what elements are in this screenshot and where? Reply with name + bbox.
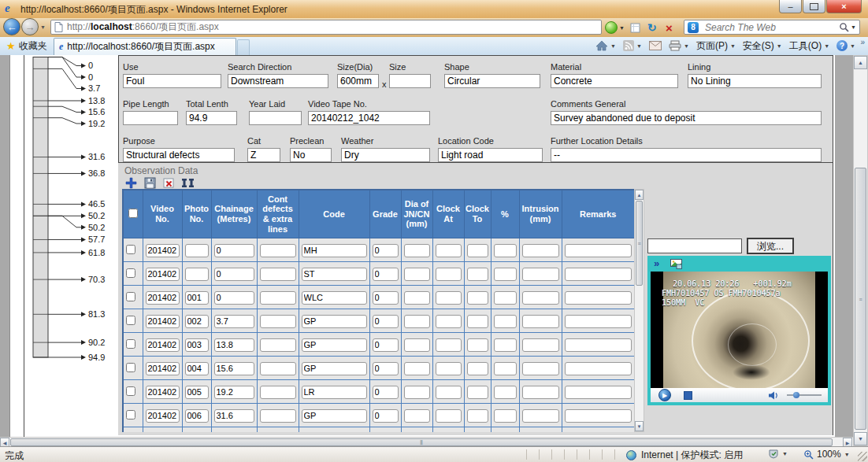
more-commands-icon[interactable]: » [860, 38, 865, 46]
video-capture-button[interactable] [181, 176, 195, 189]
size-input[interactable] [389, 74, 431, 88]
cell-input[interactable] [185, 409, 209, 423]
cell-input[interactable] [146, 315, 180, 328]
cell-input[interactable] [373, 338, 399, 352]
cell-input[interactable] [565, 244, 632, 257]
mail-button[interactable] [649, 41, 662, 50]
cell-input[interactable] [260, 338, 296, 352]
cell-input[interactable] [522, 268, 559, 281]
search-input[interactable] [703, 21, 839, 34]
year-laid-input[interactable] [249, 111, 302, 125]
cell-input[interactable] [185, 244, 209, 257]
cell-input[interactable] [404, 386, 430, 399]
row-checkbox[interactable] [126, 386, 135, 396]
table-vscrollbar[interactable]: ▲ ≡ ▼ [634, 189, 644, 432]
cell-input[interactable] [373, 291, 399, 305]
address-field[interactable]: http://localhost:8660/项目页面.aspx [50, 20, 602, 35]
forward-button[interactable]: → [21, 18, 39, 35]
minimize-button[interactable]: – [779, 0, 802, 13]
cell-input[interactable] [522, 244, 559, 257]
cell-input[interactable] [436, 291, 462, 305]
cell-input[interactable] [522, 386, 559, 399]
cell-input[interactable] [467, 386, 488, 399]
cell-input[interactable] [522, 291, 559, 305]
row-checkbox[interactable] [126, 316, 135, 325]
cell-input[interactable] [373, 386, 399, 399]
cell-input[interactable] [494, 362, 517, 375]
cell-input[interactable] [467, 362, 488, 375]
delete-row-button[interactable] [162, 176, 176, 189]
material-input[interactable] [551, 74, 678, 88]
cell-input[interactable] [185, 315, 209, 328]
cat-input[interactable] [247, 148, 280, 162]
cell-input[interactable] [146, 409, 180, 423]
cell-input[interactable] [302, 338, 367, 352]
history-dropdown-icon[interactable]: ▼ [40, 24, 46, 30]
cell-input[interactable] [373, 362, 399, 375]
cell-input[interactable] [467, 315, 488, 328]
size-dia-input[interactable] [337, 74, 379, 88]
home-button[interactable]: ▼ [595, 40, 616, 51]
page-scroll-thumb[interactable]: ≡ [855, 168, 866, 430]
cell-input[interactable] [214, 362, 254, 375]
cell-input[interactable] [467, 338, 488, 352]
cell-input[interactable] [467, 268, 488, 281]
cell-input[interactable] [373, 315, 399, 328]
cell-input[interactable] [302, 362, 367, 375]
protected-mode-control[interactable]: ▼ [768, 449, 788, 459]
cell-input[interactable] [404, 362, 430, 375]
table-scroll-up-icon[interactable]: ▲ [635, 190, 644, 200]
cell-input[interactable] [494, 244, 517, 257]
search-dropdown-icon[interactable]: ▼ [851, 24, 856, 30]
cell-input[interactable] [494, 409, 517, 423]
cell-input[interactable] [467, 244, 488, 257]
close-button[interactable]: × [826, 0, 862, 13]
cell-input[interactable] [260, 291, 296, 305]
cell-input[interactable] [214, 338, 254, 352]
cell-input[interactable] [565, 409, 632, 423]
preclean-input[interactable] [290, 148, 332, 162]
cell-input[interactable] [185, 291, 209, 305]
cell-input[interactable] [185, 362, 209, 375]
cell-input[interactable] [373, 244, 399, 257]
page-menu[interactable]: 页面(P)▼ [696, 39, 736, 53]
maximize-button[interactable] [803, 0, 825, 13]
print-button[interactable]: ▼ [669, 40, 689, 51]
cell-input[interactable] [260, 362, 296, 375]
cell-input[interactable] [436, 244, 462, 257]
row-checkbox[interactable] [126, 292, 135, 301]
tools-menu[interactable]: 工具(O)▼ [789, 39, 829, 53]
cell-input[interactable] [565, 386, 632, 399]
row-checkbox[interactable] [126, 363, 135, 372]
cell-input[interactable] [185, 268, 209, 281]
cell-input[interactable] [404, 315, 430, 328]
cell-input[interactable] [302, 268, 367, 281]
cell-input[interactable] [260, 268, 296, 281]
cell-input[interactable] [302, 386, 367, 399]
comments-general-input[interactable] [551, 111, 822, 125]
snapshot-icon[interactable] [670, 259, 682, 269]
cell-input[interactable] [565, 315, 632, 328]
save-button[interactable] [143, 176, 157, 189]
weather-input[interactable] [341, 148, 430, 162]
file-path-input[interactable] [647, 238, 742, 253]
cell-input[interactable] [260, 409, 296, 423]
shape-input[interactable] [444, 74, 540, 88]
cell-input[interactable] [146, 244, 180, 257]
video-frame[interactable]: 20.06.13 20:26 +001.92m FMH7010457 OS FM… [651, 272, 828, 388]
play-button[interactable]: ▶ [658, 389, 671, 401]
cell-input[interactable] [214, 315, 254, 328]
volume-slider-knob[interactable] [793, 392, 799, 398]
purpose-input[interactable] [123, 148, 235, 162]
tab-active[interactable]: e http://localhost:8660/项目页面.aspx [54, 38, 236, 55]
cell-input[interactable] [404, 338, 430, 352]
cell-input[interactable] [565, 338, 632, 352]
lining-input[interactable] [688, 74, 822, 88]
cell-input[interactable] [436, 362, 462, 375]
row-checkbox[interactable] [126, 268, 135, 278]
cell-input[interactable] [494, 386, 517, 399]
feeds-button[interactable]: ▼ [623, 40, 642, 51]
page-scroll-down-icon[interactable]: ▼ [854, 432, 867, 445]
cell-input[interactable] [373, 409, 399, 423]
select-all-checkbox[interactable] [128, 209, 138, 218]
